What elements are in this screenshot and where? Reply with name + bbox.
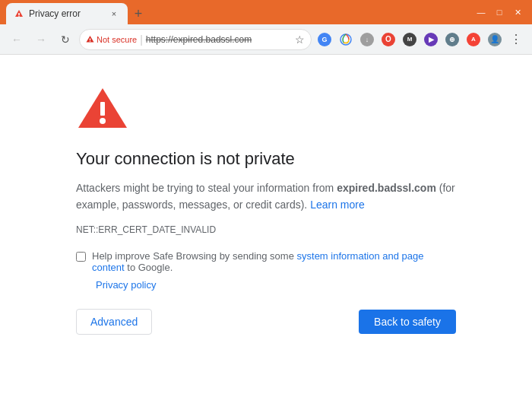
window-controls: — □ ✕ (473, 4, 526, 21)
opera-icon[interactable]: O (378, 30, 398, 49)
navbar: ← → ↻ Not secure | https://expired.badss… (0, 24, 532, 55)
tab-area: Privacy error × + (6, 0, 470, 24)
site-name: expired.badssl.com (337, 182, 436, 194)
warning-icon (86, 35, 94, 43)
url-display: https://expired.badssl.com (146, 34, 252, 45)
tab-favicon (14, 8, 24, 19)
menu-button[interactable]: ⋮ (506, 30, 526, 49)
svg-point-2 (18, 15, 20, 17)
error-icon-area (76, 85, 456, 134)
error-container: Your connection is not private Attackers… (76, 85, 456, 335)
svg-point-5 (90, 41, 90, 42)
youtube-icon[interactable]: ▶ (421, 30, 441, 49)
refresh-button[interactable]: ↻ (55, 29, 76, 50)
learn-more-link[interactable]: Learn more (310, 199, 365, 211)
privacy-policy-link[interactable]: Privacy policy (96, 279, 156, 291)
security-badge: Not secure (86, 35, 137, 44)
back-to-safety-button[interactable]: Back to safety (359, 310, 456, 334)
active-tab[interactable]: Privacy error × (6, 3, 128, 24)
url-separator: | (140, 33, 143, 46)
error-description: Attackers might be trying to steal your … (76, 180, 456, 214)
close-window-button[interactable]: ✕ (509, 4, 526, 21)
mail-icon[interactable]: M (400, 30, 420, 49)
download-icon[interactable]: ↓ (357, 30, 377, 49)
svg-rect-1 (18, 13, 20, 15)
tab-close-button[interactable]: × (108, 8, 120, 20)
new-tab-button[interactable]: + (128, 3, 149, 24)
checkbox-text: Help improve Safe Browsing by sending so… (92, 250, 456, 273)
star-icon[interactable]: ☆ (295, 33, 305, 46)
address-bar[interactable]: Not secure | https://expired.badssl.com … (79, 29, 312, 50)
extensions-icon[interactable]: G (315, 30, 334, 49)
minimize-button[interactable]: — (473, 4, 489, 21)
chrome-icon[interactable] (336, 30, 356, 49)
error-title: Your connection is not private (76, 149, 456, 169)
error-triangle-icon (76, 85, 129, 131)
svg-rect-9 (100, 102, 105, 116)
safe-browsing-row: Help improve Safe Browsing by sending so… (76, 250, 456, 273)
error-code: NET::ERR_CERT_DATE_INVALID (76, 224, 456, 235)
profile-icon[interactable]: 👤 (485, 30, 505, 49)
titlebar: Privacy error × + — □ ✕ (0, 0, 532, 24)
forward-button[interactable]: → (30, 29, 52, 50)
tab-title: Privacy error (29, 8, 103, 19)
description-before: Attackers might be trying to steal your … (76, 182, 337, 194)
back-button[interactable]: ← (6, 29, 27, 50)
actions-row: Advanced Back to safety (76, 309, 456, 335)
svg-point-7 (344, 37, 348, 41)
svg-point-10 (100, 118, 106, 124)
gmail-icon[interactable]: ⊕ (442, 30, 462, 49)
toolbar-icons: G ↓ O M ▶ ⊕ A 👤 (315, 30, 526, 49)
acrobat-icon[interactable]: A (464, 30, 483, 49)
browser-content: Your connection is not private Attackers… (0, 55, 532, 410)
maximize-button[interactable]: □ (491, 4, 508, 21)
svg-rect-4 (90, 39, 90, 41)
advanced-button[interactable]: Advanced (76, 309, 152, 335)
safe-browsing-checkbox[interactable] (76, 252, 86, 262)
privacy-policy-row: Privacy policy (96, 279, 456, 291)
